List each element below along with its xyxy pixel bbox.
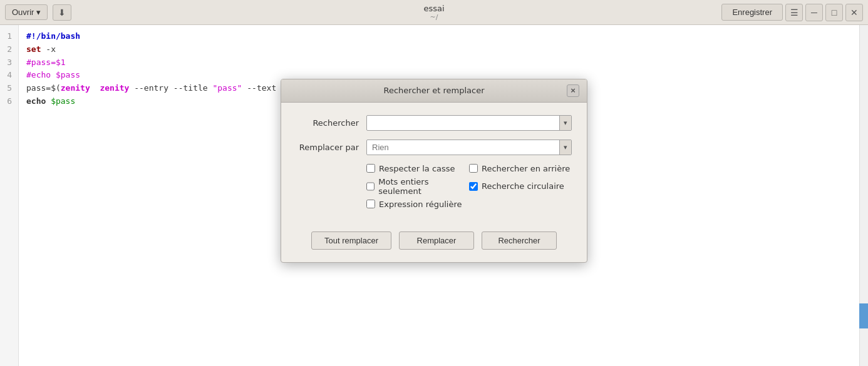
save-icon-button[interactable]: ⬇: [53, 4, 71, 21]
respecter-checkbox[interactable]: [366, 164, 375, 173]
close-button[interactable]: ✕: [845, 4, 863, 21]
menu-button[interactable]: ☰: [785, 4, 803, 21]
window-subtitle: ~/: [423, 13, 444, 21]
circulaire-checkbox[interactable]: [469, 182, 478, 191]
line-number: 3: [3, 56, 16, 69]
checkbox-mots-item: Mots entiers seulement: [366, 177, 469, 196]
search-row: Rechercher ▾: [296, 115, 572, 131]
titlebar: Ouvrir ▾ ⬇ essai ~/ Enregistrer ☰ ─ □ ✕: [0, 0, 868, 25]
replace-input-wrapper: ▾: [366, 140, 572, 155]
arriere-label: Rechercher en arrière: [482, 164, 570, 173]
line-numbers: 1 2 3 4 5 6: [0, 25, 19, 366]
enregistrer-button[interactable]: Enregistrer: [721, 4, 783, 21]
modal-header: Rechercher et remplacer ×: [281, 79, 587, 103]
checkbox-circulaire-item: Recherche circulaire: [469, 177, 572, 196]
modal-body: Rechercher ▾ Remplacer par ▾: [281, 103, 587, 231]
checkbox-row-1: Respecter la casse Rechercher en arrière: [366, 164, 572, 173]
expression-checkbox[interactable]: [366, 200, 375, 208]
checkbox-row-3: Expression régulière: [366, 200, 572, 209]
mots-label: Mots entiers seulement: [378, 177, 469, 196]
line-number: 1: [3, 30, 16, 43]
modal-footer: Tout remplacer Remplacer Rechercher: [281, 231, 587, 262]
remplacer-button[interactable]: Remplacer: [399, 231, 474, 250]
circulaire-label: Recherche circulaire: [482, 181, 564, 191]
checkboxes-area: Respecter la casse Rechercher en arrière…: [366, 164, 572, 209]
replace-label: Remplacer par: [296, 143, 359, 152]
open-button[interactable]: Ouvrir ▾: [5, 4, 48, 20]
minimize-button[interactable]: ─: [805, 4, 823, 21]
line-number: 4: [3, 69, 16, 82]
open-chevron-icon: ▾: [36, 8, 41, 17]
search-dropdown-button[interactable]: ▾: [559, 116, 571, 130]
titlebar-center: essai ~/: [423, 4, 444, 21]
scrollbar-thumb[interactable]: [859, 303, 868, 328]
checkbox-row-2: Mots entiers seulement Recherche circula…: [366, 177, 572, 196]
maximize-button[interactable]: □: [825, 4, 843, 21]
modal-close-button[interactable]: ×: [567, 84, 579, 97]
checkbox-expression-item: Expression régulière: [366, 200, 504, 209]
search-input-wrapper: ▾: [366, 115, 572, 131]
checkbox-arriere-item: Rechercher en arrière: [469, 164, 572, 173]
tout-remplacer-button[interactable]: Tout remplacer: [311, 231, 391, 250]
line-number: 6: [3, 95, 16, 108]
replace-input[interactable]: [367, 140, 559, 155]
search-input[interactable]: [367, 116, 559, 130]
modal-title: Rechercher et remplacer: [301, 86, 567, 95]
scrollbar[interactable]: [859, 25, 868, 366]
replace-dropdown-button[interactable]: ▾: [559, 140, 571, 155]
find-replace-dialog: Rechercher et remplacer × Rechercher ▾ R…: [281, 79, 587, 263]
line-number: 5: [3, 82, 16, 95]
open-label: Ouvrir: [12, 8, 34, 17]
line-number: 2: [3, 43, 16, 56]
search-label: Rechercher: [296, 118, 359, 128]
mots-checkbox[interactable]: [366, 182, 375, 191]
respecter-label: Respecter la casse: [379, 164, 455, 173]
replace-row: Remplacer par ▾: [296, 140, 572, 155]
checkbox-respecter-item: Respecter la casse: [366, 164, 469, 173]
titlebar-left: Ouvrir ▾ ⬇: [5, 4, 71, 21]
expression-label: Expression régulière: [379, 200, 462, 209]
titlebar-right: Enregistrer ☰ ─ □ ✕: [721, 4, 863, 21]
rechercher-button[interactable]: Rechercher: [482, 231, 557, 250]
window-title: essai: [423, 4, 444, 13]
arriere-checkbox[interactable]: [469, 164, 478, 173]
